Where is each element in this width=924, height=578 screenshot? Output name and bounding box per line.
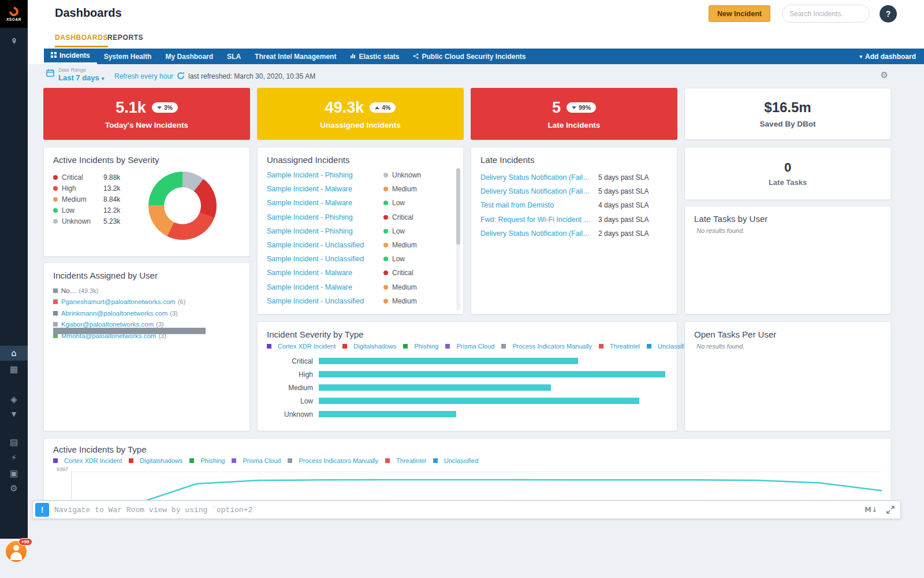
refresh-interval-link[interactable]: Refresh every hour <box>114 72 173 80</box>
new-incident-button[interactable]: New Incident <box>709 5 770 22</box>
legend-item[interactable]: Critical9.88k <box>53 172 146 183</box>
incident-link[interactable]: Sample Incident - Phishing <box>267 227 383 235</box>
legend-item[interactable]: Cortex XDR Incident <box>267 343 336 350</box>
kpi-unassigned-incidents[interactable]: 49.3k 4% Unassigned Incidents <box>257 88 464 140</box>
user-link[interactable]: Pganeshamurt@paloaltonetworks.com <box>61 298 176 305</box>
incident-link[interactable]: Sample Incident - Phishing <box>267 171 383 179</box>
legend-item[interactable]: Digitalshadows <box>129 457 182 464</box>
kpi-saved-by-dbot[interactable]: $16.5m Saved By DBot <box>684 88 891 140</box>
kpi-late-incidents[interactable]: 5 99% Late Incidents <box>471 88 677 140</box>
severity-dot <box>383 299 388 303</box>
legend-item[interactable]: Medium8.84k <box>53 194 146 205</box>
list-item: Sample Incident - MalwareLow <box>267 196 446 210</box>
date-range-picker[interactable]: Date Range Last 7 days▾ <box>46 67 104 82</box>
widget-title: Active Incidents by Type <box>44 439 891 454</box>
user-link[interactable]: Kgabor@paloaltonetworks.com <box>61 321 154 328</box>
jobs-icon[interactable]: ▣ <box>0 466 28 481</box>
docs-icon[interactable]: ▤ <box>0 435 28 450</box>
filter-icon[interactable]: ▼ <box>0 407 28 422</box>
severity-cell: Low <box>383 227 405 235</box>
bar-low <box>319 398 639 404</box>
list-item: Sample Incident - UnclassifiedLow <box>267 252 446 266</box>
nav-item-system-health[interactable]: System Health <box>97 49 159 64</box>
pin-sidebar-icon[interactable] <box>0 34 28 49</box>
legend-item[interactable]: Phishing <box>189 457 225 464</box>
dashboard-settings-gear-icon[interactable]: ⚙ <box>881 70 888 80</box>
legend-item[interactable]: Unclassified <box>433 457 478 464</box>
kpi-label: Today's New Incidents <box>105 121 188 129</box>
kpi-label: Late Incidents <box>548 121 601 129</box>
legend-item[interactable]: High13.2k <box>53 183 146 194</box>
widget-title: Late Incidents <box>471 147 677 165</box>
incident-link[interactable]: Fwd: Request for Wi-Fi Incident … <box>480 216 598 224</box>
bar-chart-icon <box>350 53 356 61</box>
scrollbar-thumb[interactable] <box>456 168 460 244</box>
legend-item[interactable]: Threatintel <box>385 457 426 464</box>
incident-link[interactable]: Sample Incident - Malware <box>267 283 383 291</box>
user-link[interactable]: Abrinkmann@paloaltonetworks.com <box>61 310 167 317</box>
incident-link[interactable]: Sample Incident - Malware <box>267 199 383 207</box>
incident-link[interactable]: Delivery Status Notification (Fail… <box>480 187 598 195</box>
add-dashboard-button[interactable]: ▾ Add dashboard <box>851 49 924 64</box>
legend-item[interactable]: Process Indicators Manually <box>288 457 378 464</box>
legend-item[interactable]: Process Indicators Manually <box>501 343 592 350</box>
legend-item[interactable]: Pganeshamurt@paloaltonetworks.com(6) <box>53 297 241 308</box>
tab-dashboards[interactable]: DASHBOARDS <box>55 28 108 47</box>
nav-item-elastic-stats[interactable]: Elastic stats <box>343 49 406 64</box>
user-avatar[interactable]: +99 <box>6 541 27 562</box>
list-item: Delivery Status Notification (Fail…5 day… <box>480 171 669 184</box>
widget-title: Open Tasks Per User <box>685 322 891 339</box>
legend-item[interactable]: Low12.2k <box>53 205 146 216</box>
legend-item[interactable]: No…(49.3k) <box>53 285 241 297</box>
incident-link[interactable]: Test mail from Demisto <box>480 201 598 209</box>
kpi-todays-new-incidents[interactable]: 5.1k 3% Today's New Incidents <box>43 88 250 140</box>
widget-late-incidents: Late Incidents Delivery Status Notificat… <box>471 147 677 314</box>
nav-item-incidents[interactable]: Incidents <box>44 49 97 64</box>
search-input[interactable] <box>789 10 862 18</box>
list-item: Test mail from Demisto4 days past SLA <box>480 198 669 212</box>
incident-link[interactable]: Sample Incident - Malware <box>267 269 383 277</box>
late-tasks-value: 0 <box>784 160 791 175</box>
legend-item[interactable]: Digitalshadows <box>342 343 396 350</box>
nav-item-my-dashboard[interactable]: My Dashboard <box>158 49 220 64</box>
command-input[interactable] <box>54 506 865 514</box>
automation-icon[interactable]: ⚡ <box>0 450 28 465</box>
dashboard-board-icon[interactable]: ▦ <box>0 362 28 377</box>
tab-reports[interactable]: REPORTS <box>107 28 143 47</box>
nav-item-public-cloud[interactable]: Public Cloud Security Incidents <box>406 49 532 64</box>
marketplace-icon[interactable]: ◈ <box>0 392 28 407</box>
severity-donut[interactable] <box>148 172 217 240</box>
settings-gear-icon[interactable]: ⚙ <box>0 481 28 496</box>
command-bar: ! M↓ <box>32 501 901 519</box>
incident-link[interactable]: Delivery Status Notification (Fail… <box>480 173 598 181</box>
legend-square <box>189 458 194 463</box>
help-button[interactable]: ? <box>880 5 897 23</box>
legend-item[interactable]: Threatintel <box>599 343 640 350</box>
gridline <box>72 472 882 472</box>
incident-link[interactable]: Sample Incident - Malware <box>267 185 383 193</box>
nav-item-threat-intel[interactable]: Threat Intel Management <box>248 49 343 64</box>
legend-item[interactable]: Abrinkmann@paloaltonetworks.com(3) <box>53 307 241 319</box>
late-tasks-label: Late Tasks <box>769 178 807 187</box>
legend-square <box>267 344 271 349</box>
legend-item[interactable]: Cortex XDR Incident <box>53 457 122 464</box>
legend-item[interactable]: Prisma Cloud <box>445 343 494 350</box>
incident-link[interactable]: Sample Incident - Phishing <box>267 213 383 221</box>
refresh-icon[interactable] <box>177 72 185 82</box>
legend-item[interactable]: Phishing <box>403 343 438 350</box>
list-item: Delivery Status Notification (Fail…5 day… <box>480 184 669 198</box>
legend-square <box>129 458 133 463</box>
kpi-value: 49.3k <box>325 99 364 117</box>
markdown-indicator-icon: M↓ <box>865 506 877 514</box>
incident-link[interactable]: Sample Incident - Unclassified <box>267 297 383 305</box>
expand-icon[interactable] <box>886 506 895 514</box>
legend-item[interactable]: Unknown5.23k <box>53 216 146 227</box>
incident-link[interactable]: Sample Incident - Unclassified <box>267 255 383 263</box>
legend-item[interactable]: Prisma Cloud <box>232 457 281 464</box>
xsoar-logo[interactable]: XSOAR <box>0 0 28 28</box>
incident-link[interactable]: Delivery Status Notification (Fail… <box>480 229 598 238</box>
home-icon[interactable]: ⌂ <box>0 346 28 361</box>
nav-item-sla[interactable]: SLA <box>220 49 248 64</box>
severity-bar-chart: Critical High Medium Low Unknown <box>267 354 665 421</box>
incident-link[interactable]: Sample Incident - Unclassified <box>267 241 383 249</box>
